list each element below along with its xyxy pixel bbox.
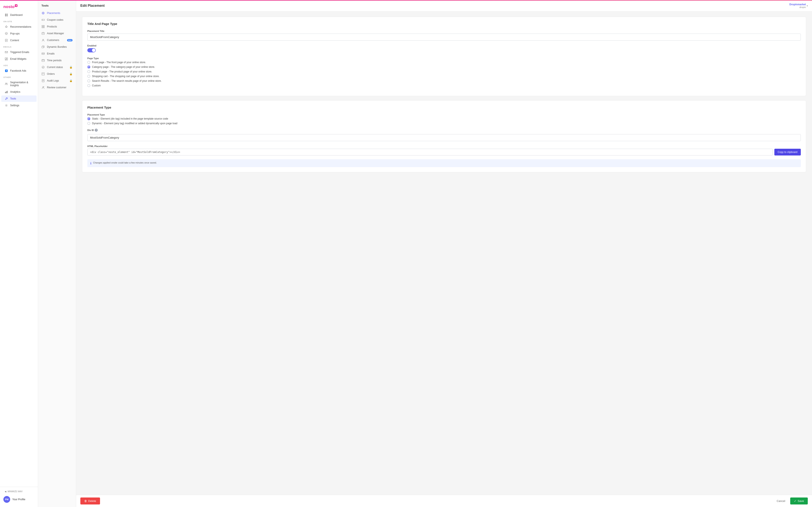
tools-item-label: Placements [47,12,60,14]
trash-icon: 🗑 [84,499,87,503]
div-id-group: Div ID ? [87,129,801,141]
tools-item-asset-manager[interactable]: Asset Manager [38,30,76,37]
html-placeholder-input[interactable] [87,149,773,156]
div-id-input[interactable] [87,134,801,141]
radio-static[interactable]: Static - Element (div tag) included in t… [87,117,801,120]
radio-label-custom: Custom [92,84,101,87]
users-icon [5,82,8,86]
toggle-switch[interactable] [87,48,96,52]
svg-rect-33 [42,60,44,62]
sidebar-item-label: Dashboard [10,13,22,16]
svg-point-23 [43,13,44,13]
profile-row[interactable]: PM Your Profile [0,494,38,505]
save-button[interactable]: ✓ Save [790,498,808,504]
radio-circle-product [87,70,90,73]
svg-point-21 [6,105,7,106]
svg-rect-13 [7,59,8,60]
svg-point-37 [42,66,44,68]
card-title-1: Title And Page Type [87,22,801,25]
sidebar-item-analytics[interactable]: Analytics [1,89,37,95]
tools-item-emails[interactable]: Emails [38,50,76,57]
radio-custom-page[interactable]: Custom [87,84,801,87]
tools-item-label: Dynamic Bundles [47,45,67,48]
tools-item-coupon-codes[interactable]: Coupon codes [38,16,76,23]
tools-item-orders[interactable]: Orders 🔒 [38,70,76,77]
enabled-label: Enabled [87,44,801,47]
cancel-button[interactable]: Cancel [774,498,788,504]
sidebar-item-email-widgets[interactable]: Email Widgets [1,56,37,62]
copy-to-clipboard-button[interactable]: Copy to clipboard [774,149,801,156]
account-name: Dropinmarket [790,3,806,6]
placement-title-input[interactable] [87,34,801,41]
main-scroll: Title And Page Type Placement Title Enab… [76,12,812,495]
tools-item-customers[interactable]: Customers New [38,37,76,44]
radio-category-page[interactable]: Category page - The category page of you… [87,65,801,68]
svg-rect-3 [7,14,8,15]
tools-item-review-customer[interactable]: Review customer [38,84,76,91]
tools-item-label: Coupon codes [47,18,63,21]
products-icon [42,25,45,28]
bundles-icon [42,45,45,49]
sidebar-item-settings[interactable]: Settings [1,102,37,109]
sidebar-item-facebook-ads[interactable]: Facebook Ads [1,68,37,74]
tools-panel: Tools Placements Coupon codes [38,0,76,507]
tools-item-label: Current status [47,66,63,69]
orders-icon [42,72,45,76]
svg-rect-14 [5,60,6,60]
tools-item-label: Products [47,25,57,28]
tools-item-audit-logs[interactable]: Audit Logs 🔒 [38,77,76,84]
tools-item-label: Time periods [47,59,61,62]
sidebar-item-label: Content [10,39,19,42]
sidebar-item-triggered-emails[interactable]: Triggered Emails [1,49,37,55]
page-type-group: Page Type Front page - The front page of… [87,57,801,87]
audit-icon [42,79,45,82]
main-content: Edit Placement Dropinmarket dropin ▾ Tit… [76,0,812,507]
radio-label-search: Search Results - The search results page… [92,79,161,82]
sidebar-item-segmentation[interactable]: Segmentation & Insights [1,79,37,88]
card-title-2: Placement Type [87,106,801,109]
sidebar-item-dashboard[interactable]: Dashboard [1,12,37,18]
radio-product-page[interactable]: Product page - The product page of your … [87,70,801,73]
bar-chart-icon [5,90,8,94]
sidebar-item-tools[interactable]: Tools [1,96,37,102]
minimize-label: MINIMIZE NAVI [8,490,22,493]
radio-label-static: Static - Element (div tag) included in t… [92,117,168,120]
placeholder-row: Copy to clipboard [87,149,801,156]
svg-point-17 [7,83,7,83]
radio-label-dynamic: Dynamic - Element (any tag) modified or … [92,122,177,125]
page-title: Edit Placement [80,4,105,8]
sidebar-item-label: Facebook Ads [10,69,26,72]
sidebar-item-label: Recommendations [10,25,31,28]
tools-item-placements[interactable]: Placements [38,10,76,16]
svg-rect-25 [43,25,44,26]
file-text-icon [5,39,8,42]
tools-item-products[interactable]: Products [38,23,76,30]
account-switcher[interactable]: Dropinmarket dropin ▾ [790,3,808,8]
placement-type-radio-group: Static - Element (div tag) included in t… [87,117,801,125]
radio-label-category: Category page - The category page of you… [92,65,155,68]
placement-type-card: Placement Type Placement Type Static - E… [82,100,806,172]
sidebar-item-popups[interactable]: Pop-ups [1,31,37,37]
enabled-toggle[interactable] [87,48,801,53]
section-label-ads: Ads [0,62,38,67]
help-icon[interactable]: ? [95,129,98,131]
tools-item-time-periods[interactable]: Time periods [38,57,76,64]
svg-rect-4 [5,15,6,16]
placement-title-group: Placement Title [87,30,801,41]
radio-front-page[interactable]: Front page - The front page of your onli… [87,61,801,64]
sidebar-item-label: Settings [10,104,19,107]
radio-label-cart: Shopping cart - The shopping cart page o… [92,75,159,78]
page-type-radio-group: Front page - The front page of your onli… [87,61,801,87]
avatar: PM [3,496,10,503]
sidebar-item-recommendations[interactable]: Recommendations [1,24,37,30]
info-notice-text: Changes applied onsite could take a few … [93,161,157,164]
radio-search-page[interactable]: Search Results - The search results page… [87,79,801,82]
tools-item-dynamic-bundles[interactable]: Dynamic Bundles [38,44,76,50]
tools-item-current-status[interactable]: Current status 🔒 [38,64,76,70]
radio-dynamic[interactable]: Dynamic - Element (any tag) modified or … [87,122,801,125]
radio-cart-page[interactable]: Shopping cart - The shopping cart page o… [87,75,801,78]
delete-button[interactable]: 🗑 Delete [80,498,100,504]
minimize-nav-button[interactable]: ◀ MINIMIZE NAVI [1,489,37,494]
sidebar-item-content[interactable]: Content [1,37,37,44]
radio-circle-search [87,79,90,82]
